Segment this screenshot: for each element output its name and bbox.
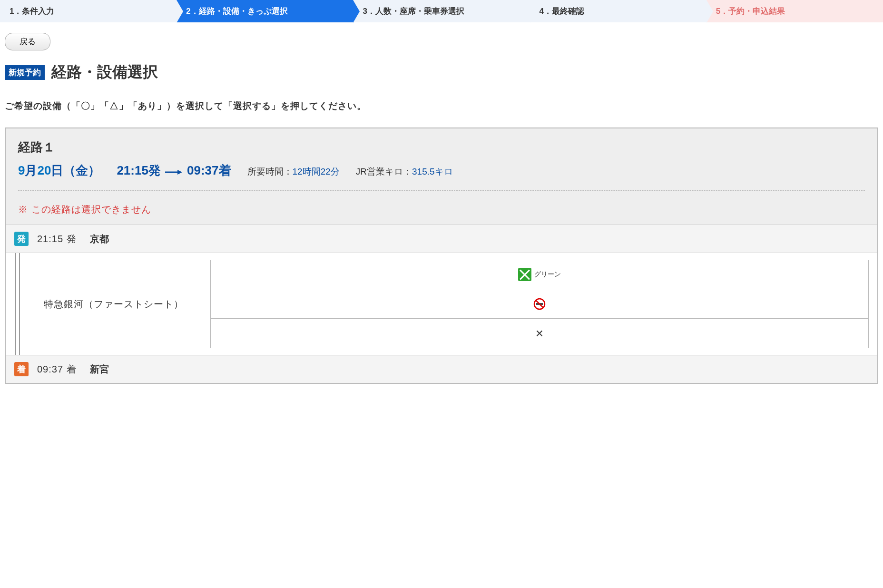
green-car-icon bbox=[518, 268, 531, 281]
route-duration: 所要時間：12時間22分 bbox=[247, 166, 340, 178]
option-green[interactable]: グリーン bbox=[210, 260, 869, 289]
route-meta: 9月20日（金） 21:15発 09:37着 所要時間：12時間22分 JR営業… bbox=[18, 162, 865, 191]
badge-new-reservation: 新規予約 bbox=[5, 65, 45, 80]
arrival-row: 着 09:37 着 新宮 bbox=[6, 355, 877, 383]
train-name: 特急銀河（ファーストシート） bbox=[29, 253, 210, 355]
progress-steps: 1．条件入力 2．経路・設備・きっぷ選択 3．人数・座席・乗車券選択 4．最終確… bbox=[0, 0, 883, 22]
train-segment: 特急銀河（ファーストシート） グリーン × bbox=[6, 253, 877, 355]
route-box: 経路１ 9月20日（金） 21:15発 09:37着 所要時間：12時間22分 … bbox=[5, 127, 878, 384]
arrival-badge-icon: 着 bbox=[14, 362, 29, 376]
track-line-icon bbox=[6, 253, 29, 355]
route-date: 9月20日（金） bbox=[18, 162, 100, 179]
departure-badge-icon: 発 bbox=[14, 232, 29, 246]
step-1: 1．条件入力 bbox=[0, 0, 177, 22]
page-title: 経路・設備選択 bbox=[51, 62, 158, 83]
step-2: 2．経路・設備・きっぷ選択 bbox=[177, 0, 353, 22]
svg-marker-1 bbox=[177, 170, 182, 175]
route-warning: ※ この経路は選択できません bbox=[18, 203, 865, 216]
route-title: 経路１ bbox=[18, 139, 865, 156]
departure-time: 21:15 発 bbox=[37, 233, 77, 245]
step-4: 4．最終確認 bbox=[530, 0, 706, 22]
route-times: 21:15発 09:37着 bbox=[117, 162, 231, 179]
back-button[interactable]: 戻る bbox=[5, 33, 50, 50]
option-nosmoking[interactable] bbox=[210, 289, 869, 319]
route-distance: JR営業キロ：315.5キロ bbox=[356, 166, 453, 178]
instruction-text: ご希望の設備（「〇」「△」「あり」）を選択して「選択する」を押してください。 bbox=[0, 87, 883, 126]
no-smoking-icon bbox=[533, 298, 546, 310]
step-3: 3．人数・座席・乗車券選択 bbox=[353, 0, 530, 22]
seat-options: グリーン × bbox=[210, 253, 877, 355]
arrival-station: 新宮 bbox=[90, 363, 109, 376]
option-unavailable: × bbox=[210, 319, 869, 348]
departure-station: 京都 bbox=[90, 233, 109, 245]
arrival-time: 09:37 着 bbox=[37, 363, 77, 376]
arrow-right-icon bbox=[165, 168, 182, 176]
x-icon: × bbox=[536, 326, 543, 341]
departure-row: 発 21:15 発 京都 bbox=[6, 225, 877, 253]
route-header: 経路１ 9月20日（金） 21:15発 09:37着 所要時間：12時間22分 … bbox=[6, 128, 877, 225]
step-5: 5．予約・申込結果 bbox=[706, 0, 883, 22]
green-car-label: グリーン bbox=[534, 270, 561, 279]
